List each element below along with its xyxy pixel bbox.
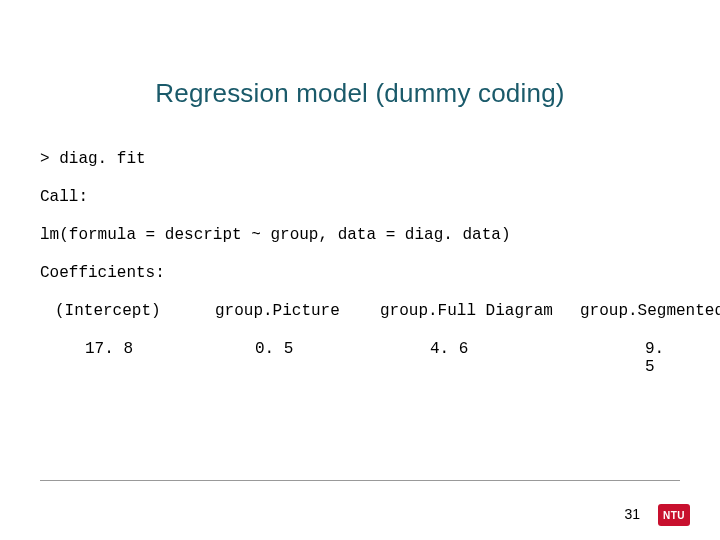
ntu-logo-text: NTU	[663, 510, 685, 521]
code-line-command: > diag. fit	[40, 150, 146, 168]
slide: Regression model (dummy coding) > diag. …	[0, 0, 720, 540]
coef-value-segmented: 9. 5	[645, 340, 680, 376]
coef-value-fulldiagram: 4. 6	[430, 340, 468, 358]
coef-header-segmented: group.Segmented	[580, 302, 720, 320]
coef-value-picture: 0. 5	[255, 340, 293, 358]
slide-title: Regression model (dummy coding)	[0, 78, 720, 109]
page-number: 31	[624, 506, 640, 522]
code-line-coefficients: Coefficients:	[40, 264, 165, 282]
coef-header-fulldiagram: group.Full Diagram	[380, 302, 553, 320]
ntu-logo: NTU	[658, 504, 690, 526]
code-line-formula: lm(formula = descript ~ group, data = di…	[40, 226, 510, 244]
footer-divider	[40, 480, 680, 481]
coef-header-picture: group.Picture	[215, 302, 340, 320]
coef-header-intercept: (Intercept)	[55, 302, 161, 320]
code-line-call: Call:	[40, 188, 88, 206]
coef-value-intercept: 17. 8	[85, 340, 133, 358]
